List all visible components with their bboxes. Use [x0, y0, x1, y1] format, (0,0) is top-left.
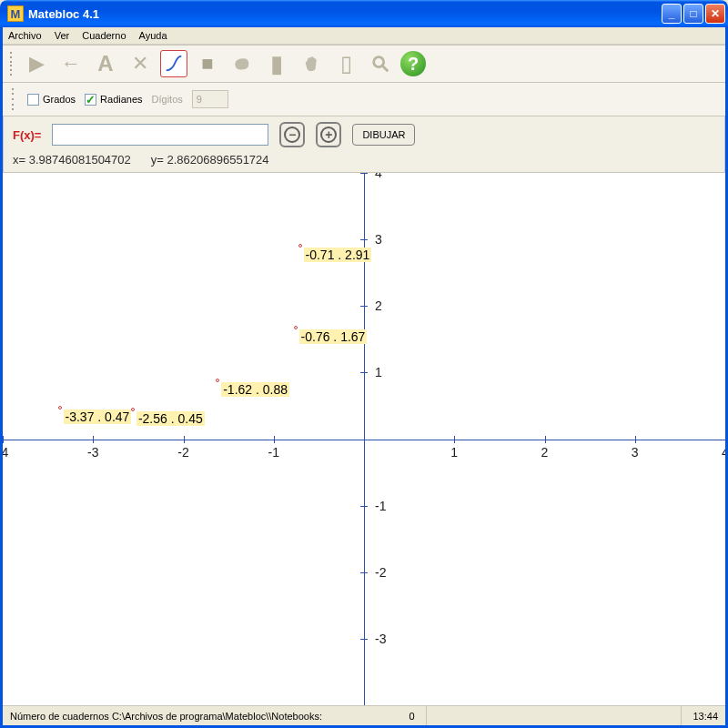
status-clock: 13:44 — [682, 711, 718, 722]
x-tick-label: 2 — [541, 445, 549, 460]
input-bar: F(x)= − + DIBUJAR x= 3.98746081504702 y=… — [3, 116, 725, 173]
fx-label: F(x)= — [13, 128, 41, 142]
y-tick-label: -3 — [375, 632, 386, 646]
grados-label: Grados — [43, 94, 76, 105]
data-point[interactable] — [58, 406, 62, 410]
plot-area[interactable]: -4-3-2-11234-3-2-11234-3.37 . 0.47-2.56 … — [3, 173, 725, 705]
shape-blob-icon[interactable] — [228, 49, 257, 78]
draw-button[interactable]: DIBUJAR — [352, 124, 415, 146]
letter-a-icon[interactable]: A — [91, 49, 120, 78]
x-tick-label: 4 — [722, 445, 725, 460]
data-point[interactable] — [294, 326, 298, 329]
page-icon[interactable]: ▮ — [262, 49, 291, 78]
digitos-label: Dígitos — [152, 94, 183, 105]
data-point-label: -3.37 . 0.47 — [64, 410, 132, 424]
menu-archivo[interactable]: Archivo — [8, 30, 42, 41]
options-row: Grados Radianes Dígitos 9 — [3, 83, 725, 116]
y-tick-label: -2 — [375, 565, 386, 580]
graph-mode-icon[interactable] — [160, 50, 187, 77]
fill-square-icon[interactable]: ■ — [193, 49, 222, 78]
toolbar-grip[interactable] — [10, 51, 15, 76]
hand-icon[interactable] — [297, 49, 326, 78]
y-tick-label: 3 — [375, 232, 382, 247]
clear-x-icon[interactable]: ✕ — [126, 49, 155, 78]
menu-cuaderno[interactable]: Cuaderno — [82, 30, 126, 41]
svg-line-1 — [383, 66, 389, 72]
data-point[interactable] — [216, 379, 219, 382]
x-tick-label: 3 — [632, 445, 639, 460]
data-point-label: -0.71 . 2.91 — [304, 248, 372, 262]
data-point-label: -1.62 . 0.88 — [221, 382, 289, 397]
zoom-out-button[interactable]: − — [279, 122, 305, 147]
status-count: 0 — [398, 706, 426, 725]
status-text: Número de cuadernos C:\Archivos de progr… — [10, 711, 398, 722]
data-point-label: -2.56 . 0.45 — [136, 411, 205, 426]
svg-point-0 — [374, 57, 384, 67]
close-button[interactable]: ✕ — [705, 4, 725, 24]
magnify-icon[interactable] — [366, 49, 395, 78]
maximize-button[interactable]: □ — [683, 4, 703, 24]
x-tick-label: 1 — [450, 445, 458, 460]
options-grip[interactable] — [12, 86, 16, 112]
y-tick-label: 4 — [375, 173, 382, 180]
menu-ver[interactable]: Ver — [55, 30, 70, 41]
radianes-checkbox[interactable]: Radianes — [85, 94, 142, 106]
menu-ayuda[interactable]: Ayuda — [139, 30, 167, 41]
y-tick-label: 2 — [375, 298, 382, 313]
x-tick-label: -1 — [268, 445, 279, 460]
note-icon[interactable]: ▯ — [331, 49, 360, 78]
coords-readout: x= 3.98746081504702 y= 2.86206896551724 — [13, 153, 715, 167]
data-point-label: -0.76 . 1.67 — [299, 329, 368, 344]
radianes-label: Radianes — [100, 94, 142, 105]
y-tick-label: 1 — [375, 365, 382, 379]
x-tick-label: -3 — [87, 445, 98, 460]
y-tick-label: -1 — [375, 499, 386, 513]
help-icon[interactable]: ? — [400, 51, 426, 76]
menubar: Archivo Ver Cuaderno Ayuda — [3, 27, 725, 45]
statusbar: Número de cuadernos C:\Archivos de progr… — [3, 705, 725, 725]
digitos-spinner: 9 — [192, 90, 228, 108]
back-arrow-icon[interactable]: ← — [56, 49, 86, 78]
data-point[interactable] — [131, 408, 135, 411]
minimize-button[interactable]: _ — [662, 4, 682, 24]
titlebar: M Matebloc 4.1 _ □ ✕ — [0, 0, 728, 27]
x-tick-label: -4 — [3, 445, 8, 460]
window-title: Matebloc 4.1 — [28, 7, 662, 21]
grados-checkbox[interactable]: Grados — [27, 94, 76, 106]
fx-input[interactable] — [52, 124, 268, 146]
toolbar: ▶ ← A ✕ ■ ▮ ▯ ? — [3, 45, 725, 83]
x-tick-label: -2 — [177, 445, 188, 460]
play-icon[interactable]: ▶ — [22, 49, 51, 78]
status-spacer — [427, 706, 682, 725]
zoom-in-button[interactable]: + — [316, 122, 341, 147]
data-point[interactable] — [298, 244, 302, 248]
app-icon: M — [7, 5, 24, 22]
